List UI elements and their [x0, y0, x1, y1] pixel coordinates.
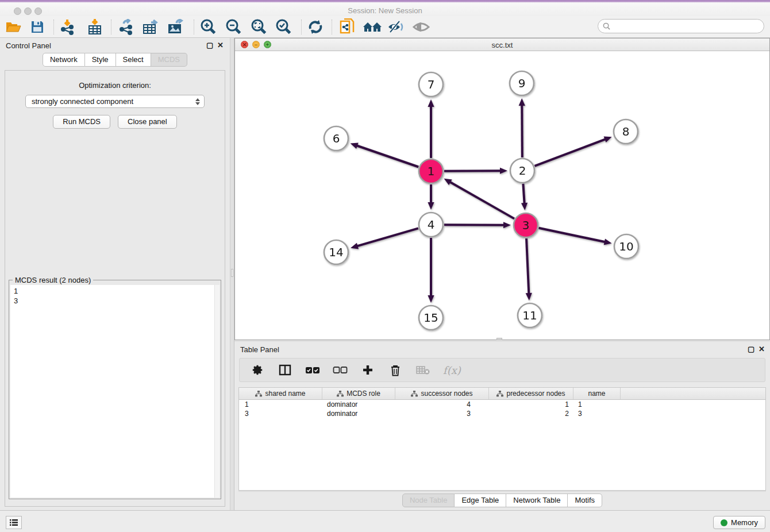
zoom-fit-icon[interactable] — [249, 18, 268, 36]
column-header-MCDS-role[interactable]: MCDS role — [322, 388, 395, 399]
select-all-icon[interactable] — [305, 363, 320, 377]
dropdown-stepper-icon — [194, 97, 201, 106]
table-row[interactable]: 3dominator323 — [239, 409, 765, 418]
network-canvas[interactable]: 7968124314101511 — [235, 51, 769, 340]
export-image-icon[interactable] — [166, 18, 186, 36]
node-label-2: 2 — [519, 164, 526, 178]
list-icon — [9, 519, 18, 526]
tab-mcds[interactable]: MCDS — [151, 53, 187, 67]
node-label-7: 7 — [428, 78, 435, 91]
table-header-row: shared nameMCDS rolesuccessor nodesprede… — [239, 388, 765, 400]
close-panel-button[interactable]: Close panel — [118, 115, 177, 129]
clone-network-icon[interactable] — [337, 18, 357, 36]
table-cell[interactable]: 4 — [395, 400, 489, 409]
column-manager-icon[interactable] — [278, 363, 292, 377]
tab-network-table[interactable]: Network Table — [506, 494, 568, 507]
status-bar: Memory — [0, 510, 770, 532]
edge-1-2 — [444, 171, 502, 171]
sort-icon[interactable] — [337, 391, 344, 397]
search-icon — [603, 22, 610, 30]
table-cell[interactable]: 3 — [239, 409, 322, 418]
show-hide-icon[interactable] — [386, 18, 406, 36]
table-cell[interactable]: dominator — [322, 409, 395, 418]
edge-3-11 — [526, 238, 529, 295]
sort-icon[interactable] — [496, 391, 503, 397]
task-history-button[interactable] — [6, 516, 22, 529]
table-cell[interactable]: 1 — [573, 400, 621, 409]
node-label-8: 8 — [622, 125, 630, 138]
tab-node-table[interactable]: Node Table — [402, 494, 455, 507]
titlebar: Session: New Session — [0, 2, 770, 16]
edge-2-8 — [535, 139, 607, 166]
column-header-name[interactable]: name — [573, 388, 621, 399]
save-session-icon[interactable] — [28, 18, 47, 36]
edge-2-3 — [523, 184, 524, 205]
table-panel-float-icon[interactable]: ▢ — [748, 345, 754, 353]
zoom-in-icon[interactable] — [198, 18, 218, 36]
result-scrollbar[interactable] — [214, 285, 220, 498]
network-window-title: scc.txt — [235, 41, 769, 49]
network-window-titlebar[interactable]: ✕ − + scc.txt — [235, 38, 769, 51]
table-toolbar: f(x) — [239, 358, 765, 382]
panel-splitter[interactable] — [230, 38, 234, 510]
sort-icon[interactable] — [255, 391, 262, 397]
edge-4-3 — [444, 225, 505, 225]
refresh-icon[interactable] — [306, 18, 325, 36]
tab-style[interactable]: Style — [85, 53, 116, 67]
node-label-14: 14 — [329, 245, 343, 259]
control-panel-tabs: NetworkStyleSelectMCDS — [0, 53, 230, 67]
table-panel-close-icon[interactable]: ✕ — [759, 345, 765, 353]
delete-column-icon[interactable] — [388, 363, 403, 377]
mcds-result-title: MCDS result (2 nodes) — [13, 276, 93, 284]
column-header-shared-name[interactable]: shared name — [239, 388, 322, 399]
tab-network[interactable]: Network — [43, 53, 85, 67]
table-cell[interactable]: 1 — [239, 400, 322, 409]
zoom-out-icon[interactable] — [224, 18, 243, 36]
delete-table-icon — [415, 363, 430, 377]
main-toolbar — [0, 16, 770, 38]
open-session-icon[interactable] — [3, 18, 23, 36]
tab-select[interactable]: Select — [116, 53, 151, 67]
memory-button-label: Memory — [731, 518, 758, 527]
export-network-icon[interactable] — [117, 18, 136, 36]
table-cell[interactable]: 3 — [573, 409, 621, 418]
table-cell[interactable]: dominator — [322, 400, 395, 409]
optimization-criterion-select[interactable]: strongly connected component — [25, 95, 205, 108]
export-table-icon[interactable] — [141, 18, 161, 36]
optimization-criterion-label: Optimization criterion: — [5, 81, 225, 90]
memory-button[interactable]: Memory — [713, 516, 765, 529]
node-label-15: 15 — [424, 311, 438, 325]
edge-3-10 — [539, 228, 606, 242]
search-input[interactable] — [613, 22, 764, 30]
tab-motifs[interactable]: Motifs — [568, 494, 602, 507]
apply-function-icon: f(x) — [443, 363, 461, 377]
table-cell[interactable]: 1 — [489, 400, 573, 409]
table-cell[interactable]: 3 — [395, 409, 489, 418]
control-panel-float-icon[interactable]: ▢ — [206, 41, 213, 49]
node-label-6: 6 — [333, 132, 340, 145]
splitter-grabber[interactable] — [231, 269, 233, 277]
column-header-successor-nodes[interactable]: successor nodes — [395, 388, 489, 399]
table-tabs: Node TableEdge TableNetwork TableMotifs — [234, 494, 770, 507]
tab-edge-table[interactable]: Edge Table — [455, 494, 506, 507]
zoom-selected-icon[interactable] — [274, 18, 293, 36]
table-options-icon[interactable] — [250, 363, 265, 377]
import-table-icon[interactable] — [85, 18, 105, 36]
add-column-icon[interactable] — [360, 363, 375, 377]
mcds-result-text: 1 3 — [10, 285, 220, 306]
node-label-10: 10 — [619, 240, 633, 253]
hidden-eye-icon — [411, 18, 431, 36]
import-network-icon[interactable] — [58, 18, 78, 36]
run-mcds-button[interactable]: Run MCDS — [53, 115, 110, 129]
node-table[interactable]: shared nameMCDS rolesuccessor nodesprede… — [238, 387, 766, 491]
table-row[interactable]: 1dominator411 — [239, 400, 765, 409]
first-neighbors-icon[interactable] — [363, 18, 382, 36]
search-field[interactable] — [598, 19, 764, 33]
deselect-all-icon[interactable] — [333, 363, 348, 377]
control-panel-close-icon[interactable]: ✕ — [217, 41, 224, 49]
column-header-predecessor-nodes[interactable]: predecessor nodes — [489, 388, 573, 399]
mcds-result-area[interactable]: 1 3 — [10, 285, 220, 498]
sort-icon[interactable] — [411, 391, 418, 397]
table-cell[interactable]: 2 — [489, 409, 573, 418]
edge-4-14 — [356, 228, 418, 246]
